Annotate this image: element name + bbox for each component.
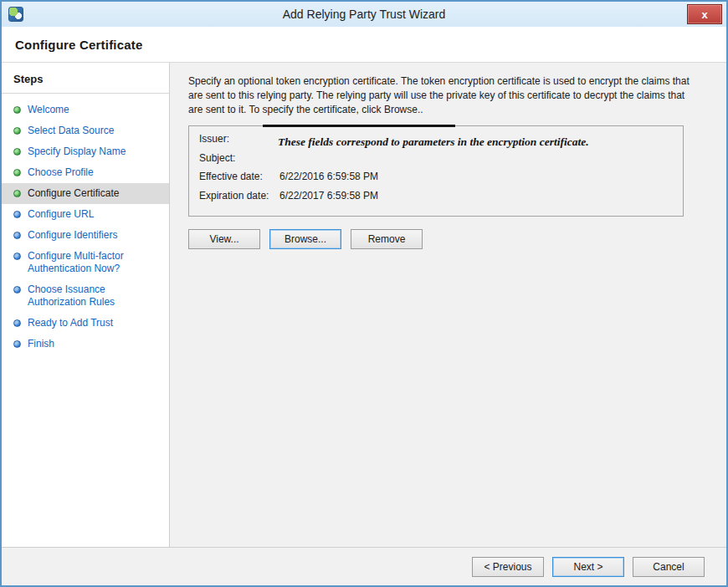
expiration-date-value: 6/22/2017 6:59:58 PM [279, 190, 378, 202]
step-label: Select Data Source [28, 125, 114, 137]
certificate-details-box: Issuer: Subject: Effective date: 6/22/20… [188, 125, 684, 217]
step-status-icon [13, 211, 21, 218]
heading-row: Configure Certificate [2, 27, 726, 63]
step-label: Choose Profile [28, 166, 94, 179]
step-status-icon [13, 253, 21, 260]
cert-row-expiration-date: Expiration date: 6/22/2017 6:59:58 PM [199, 190, 674, 202]
view-button[interactable]: View... [188, 229, 260, 249]
sidebar-item-choose-profile[interactable]: Choose Profile [2, 162, 169, 183]
step-label: Welcome [28, 104, 69, 116]
sidebar-item-configure-url[interactable]: Configure URL [2, 204, 169, 225]
step-label: Configure Certificate [28, 187, 119, 200]
page-title: Configure Certificate [15, 38, 143, 52]
step-status-icon [13, 232, 21, 239]
sidebar-item-ready-to-add-trust[interactable]: Ready to Add Trust [2, 313, 169, 334]
next-button[interactable]: Next > [552, 557, 624, 577]
steps-header: Steps [2, 73, 169, 93]
previous-button[interactable]: < Previous [472, 557, 544, 577]
step-status-icon [13, 286, 21, 294]
step-status-icon [13, 319, 21, 327]
sidebar-item-choose-issuance-rules[interactable]: Choose Issuance Authorization Rules [2, 279, 169, 313]
wizard-window: Add Relying Party Trust Wizard x Configu… [0, 0, 728, 587]
step-status-icon [13, 127, 21, 135]
browse-button[interactable]: Browse... [269, 229, 341, 249]
close-icon: x [701, 8, 707, 21]
step-status-icon [13, 190, 21, 197]
sidebar-item-specify-display-name[interactable]: Specify Display Name [2, 141, 169, 162]
annotation-note: These fields correspond to parameters in… [278, 135, 589, 149]
expiration-date-label: Expiration date: [199, 190, 279, 202]
content-area: Steps Welcome Select Data Source Specify… [2, 63, 726, 547]
window-title: Add Relying Party Trust Wizard [283, 8, 446, 21]
cert-row-effective-date: Effective date: 6/22/2016 6:59:58 PM [199, 171, 674, 182]
sidebar-item-finish[interactable]: Finish [2, 334, 169, 355]
issuer-label: Issuer: [199, 133, 279, 145]
close-button[interactable]: x [687, 4, 722, 24]
sidebar-item-select-data-source[interactable]: Select Data Source [2, 120, 169, 141]
cert-row-subject: Subject: [199, 152, 674, 164]
step-label: Configure URL [28, 208, 94, 221]
sidebar-item-welcome[interactable]: Welcome [2, 100, 169, 120]
steps-sidebar: Steps Welcome Select Data Source Specify… [2, 63, 169, 547]
wizard-footer: < Previous Next > Cancel [2, 547, 726, 585]
step-status-icon [13, 340, 21, 348]
step-label: Configure Multi-factor Authentication No… [28, 250, 162, 275]
wizard-icon [8, 7, 23, 22]
subject-label: Subject: [199, 152, 279, 164]
effective-date-label: Effective date: [199, 171, 279, 182]
steps-separator [2, 93, 169, 94]
remove-button[interactable]: Remove [351, 229, 423, 249]
sidebar-item-configure-mfa[interactable]: Configure Multi-factor Authentication No… [2, 246, 169, 279]
step-label: Specify Display Name [28, 145, 126, 158]
cancel-button[interactable]: Cancel [633, 557, 705, 577]
main-panel: Specify an optional token encryption cer… [169, 63, 726, 547]
redaction-bar [263, 125, 455, 127]
step-label: Choose Issuance Authorization Rules [28, 283, 162, 309]
step-status-icon [13, 106, 21, 114]
sidebar-item-configure-identifiers[interactable]: Configure Identifiers [2, 225, 169, 246]
step-label: Finish [28, 338, 54, 350]
page-description: Specify an optional token encryption cer… [188, 74, 690, 116]
step-status-icon [13, 169, 21, 176]
sidebar-item-configure-certificate[interactable]: Configure Certificate [2, 183, 169, 204]
certificate-actions: View... Browse... Remove [188, 229, 705, 249]
step-label: Ready to Add Trust [28, 317, 113, 329]
step-label: Configure Identifiers [28, 229, 117, 242]
title-bar: Add Relying Party Trust Wizard x [2, 2, 726, 27]
step-status-icon [13, 148, 21, 156]
effective-date-value: 6/22/2016 6:59:58 PM [279, 171, 378, 182]
